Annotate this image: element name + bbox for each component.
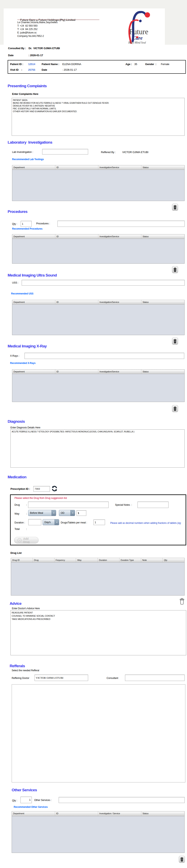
other-qty-label: Qty : (12, 799, 17, 802)
drug-col-duration: Duration (98, 558, 119, 562)
drug-col-note: Note (141, 558, 163, 562)
uss-section-title: Medical Imaging Ultra Sound (8, 273, 57, 278)
duration-unit-select[interactable]: Day/s ▼ (43, 519, 59, 525)
xray-table: Department ID Investigation/Service Stat… (12, 369, 185, 402)
add-drug-button[interactable]: + Add Drug (14, 537, 39, 544)
refresh-icon (52, 486, 57, 491)
consult-date-label: Date (8, 54, 13, 57)
xray-input[interactable] (25, 353, 184, 359)
drug-label: Drug (14, 503, 20, 506)
add-drug-label: Add Drug (23, 537, 35, 544)
lab-col-department: Department (12, 165, 55, 169)
recommended-lab-testings-link[interactable]: Recommended Lab Testings (12, 158, 44, 161)
prescription-id-label: Prescription ID : (10, 487, 30, 490)
way-select[interactable]: Before Meal ▼ (28, 510, 56, 516)
diagnosis-textarea[interactable]: ACUTE FEBRILE ILLNESS ? ETIOLOGY (POSSIB… (10, 429, 185, 468)
referrals-section-title: Refferals (10, 664, 25, 668)
drug-list-delete-button[interactable] (179, 598, 185, 605)
frequency-select[interactable]: OD ▼ (59, 510, 75, 516)
patient-name-value: ELENA DORINA (62, 63, 81, 66)
uss-input[interactable] (22, 280, 185, 286)
procedures-section-title: Procedures (8, 210, 28, 214)
consult-date-value: : 2026-01-17 (29, 54, 43, 57)
drug-colon: : (26, 503, 27, 506)
uss-delete-button[interactable] (172, 338, 178, 344)
chevron-down-icon: ▼ (70, 510, 75, 516)
xray-col-department: Department (12, 370, 55, 374)
consultant-input[interactable] (125, 675, 185, 681)
total-label: Total (14, 528, 20, 530)
duration-label: Duration : (14, 521, 25, 524)
age-label: Age : (125, 63, 132, 66)
lab-table-header: Department ID Investigation/Service Stat… (12, 165, 184, 170)
add-icon: + (17, 538, 22, 542)
xray-col-status: Status (141, 370, 184, 374)
lab-delete-button[interactable] (172, 204, 178, 211)
duration-unit-value: Day/s (43, 519, 54, 525)
recommended-xrays-link[interactable]: Recommended X-Rays (10, 362, 35, 365)
prescription-refresh-button[interactable] (51, 485, 58, 492)
prescription-id-input[interactable] (33, 486, 50, 492)
uss-table: Department ID Investigation/Service Stat… (12, 300, 185, 335)
referring-doctor-label: Reffering Doctor (12, 677, 29, 680)
drug-input[interactable] (28, 502, 109, 508)
xray-col-service: Investigation/Service (98, 370, 141, 374)
advice-textarea[interactable]: REASSURE PATIENT COUNSEL TO MINIMISE SOC… (10, 610, 186, 655)
visit-id-value: 25755 (28, 68, 35, 71)
special-notes-label: Special Notes : (115, 503, 132, 506)
way-colon: : (26, 512, 27, 515)
procedures-input[interactable] (58, 221, 185, 227)
logo-red-dot (145, 12, 150, 18)
company-address: Le Chainter,Victoria,Mahe,Seychelles (17, 21, 58, 24)
procedures-col-department: Department (12, 235, 55, 239)
special-notes-input[interactable] (138, 502, 169, 508)
way-qty-input[interactable] (77, 510, 86, 516)
patient-info-box (8, 60, 186, 74)
lab-referred-by-label: Reffered By : (101, 151, 116, 154)
lab-col-status: Status (141, 165, 184, 169)
consulted-by-label: Consulted By : (8, 47, 26, 50)
referring-doctor-input[interactable] (35, 675, 88, 681)
visit-date-value: : 2026-01-17 (62, 68, 77, 71)
other-services-table: Department ID Investigation / Service St… (12, 811, 185, 853)
xray-col-id: ID (55, 370, 98, 374)
drug-col-frequency: Fequency (54, 558, 76, 562)
procedures-qty-input[interactable] (21, 221, 32, 227)
complaints-textarea[interactable]: PATIENT SEEN. BEING REVIEWED FOR ACUTE F… (12, 98, 185, 136)
duration-input[interactable] (28, 519, 41, 525)
advice-label: Enter Doctor's Advice Here (12, 607, 40, 610)
lab-investigation-input[interactable] (42, 149, 88, 154)
lab-table: Department ID Investigation/Service Stat… (12, 165, 185, 201)
other-col-id: ID (55, 811, 98, 816)
gender-label: Gender : (145, 63, 156, 66)
xray-delete-button[interactable] (172, 405, 178, 412)
logo-blue-dot (139, 20, 142, 22)
lab-col-service: Investigation/Service (98, 165, 141, 169)
other-col-service: Investigation / Service (98, 811, 141, 816)
per-meal-input[interactable] (94, 520, 105, 525)
other-services-input[interactable] (59, 797, 185, 803)
diagnosis-section-title: Diagnosis (8, 419, 25, 424)
diagnosis-label: Enter Diagnosis Details Here (10, 426, 40, 429)
referral-listbox[interactable] (12, 684, 185, 782)
way-label: Way (14, 512, 19, 515)
procedures-col-id: ID (55, 235, 98, 239)
lab-investigation-label: Lab Investingation : (12, 151, 33, 153)
other-col-department: Department (12, 811, 55, 816)
other-qty-input[interactable] (21, 797, 32, 803)
recommended-uss-link[interactable]: Recommended USS (11, 292, 33, 295)
procedures-table-header: Department ID Investigation/Service Stat… (12, 235, 184, 239)
other-services-delete-button[interactable] (179, 856, 185, 863)
procedures-delete-button[interactable] (172, 266, 178, 273)
complaints-label: Enter Complaints Here (12, 93, 38, 95)
drug-list-label: Drug List (10, 551, 22, 554)
recommended-other-services-link[interactable]: Recommended Other Services (14, 806, 48, 808)
frequency-select-value: OD (59, 510, 70, 516)
xray-table-header: Department ID Investigation/Service Stat… (12, 370, 184, 374)
recommended-procedures-link[interactable]: Recommended Procedures (12, 227, 42, 230)
consultation-form-page: Future Care by Future Holdings (Pty) Lim… (0, 0, 187, 868)
total-colon: : (26, 528, 27, 530)
advice-section-title: Advice (10, 601, 22, 606)
visit-id-label: Visit ID : (10, 68, 22, 71)
lab-section-title: Laboratory Investigations (8, 140, 52, 145)
